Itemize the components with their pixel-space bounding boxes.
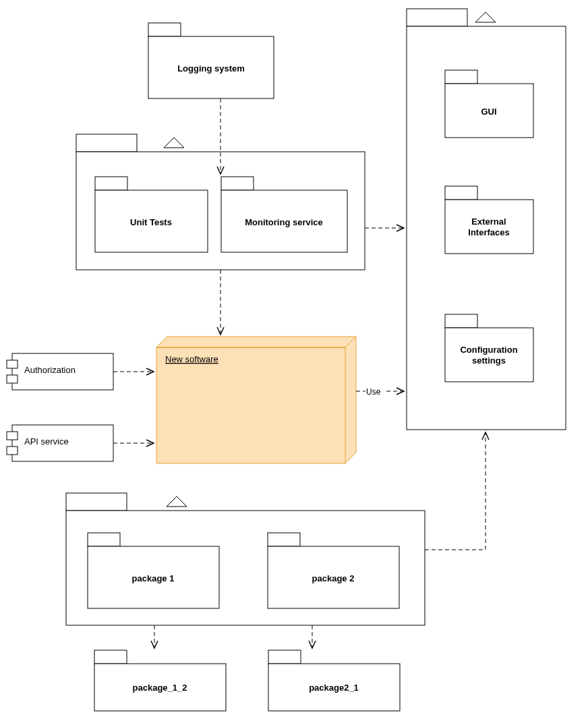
svg-rect-21 [7,360,18,368]
svg-rect-34 [268,650,301,664]
package-package-1-label: package 1 [132,573,175,583]
svg-rect-2 [76,134,137,152]
svg-rect-13 [445,200,533,254]
svg-rect-6 [221,177,254,190]
triangle-icon [164,138,184,148]
triangle-icon [167,496,187,507]
package-logging-system-label: Logging system [177,63,245,74]
package-package-2-1: package2_1 [268,650,400,711]
component-api-service-label: API service [24,436,69,447]
package-logging-system: Logging system [148,23,274,98]
package-external-interfaces-label-1: External [471,217,506,227]
svg-rect-24 [7,432,18,440]
svg-rect-28 [88,533,120,546]
svg-rect-4 [95,177,127,190]
component-authorization-label: Authorization [24,365,76,375]
svg-rect-8 [407,9,467,26]
package-package-2-1-label: package2_1 [309,683,359,693]
node-new-software: New software [156,337,356,463]
dependency-use-label: Use [366,387,381,397]
svg-rect-30 [268,533,300,546]
component-authorization: Authorization [7,353,113,390]
package-configuration-settings-label-1: Configuration [460,345,517,355]
package-package-1-2-label: package_1_2 [133,683,187,693]
svg-marker-17 [156,337,356,347]
svg-rect-15 [445,328,533,382]
svg-rect-22 [7,375,18,383]
svg-rect-0 [148,23,181,36]
package-package-2-label: package 2 [312,573,355,583]
svg-rect-25 [7,447,18,455]
svg-rect-32 [94,650,127,664]
component-api-service: API service [7,425,113,461]
package-package-1-2: package_1_2 [94,650,226,711]
svg-rect-10 [445,70,477,84]
package-external-interfaces-label-2: Interfaces [468,227,509,237]
triangle-icon [475,12,496,22]
package-unit-tests-label: Unit Tests [130,217,172,227]
svg-rect-26 [66,493,127,511]
node-new-software-label: New software [165,354,218,364]
package-monitoring-service-label: Monitoring service [245,217,323,227]
svg-rect-14 [445,314,477,328]
dependency-packages-to-interfaces [425,432,486,550]
package-configuration-settings-label-2: settings [472,355,506,366]
package-gui-label: GUI [481,107,496,117]
dependency-newsoftware-to-interfaces-use: Use [356,387,404,397]
svg-rect-12 [445,186,477,200]
